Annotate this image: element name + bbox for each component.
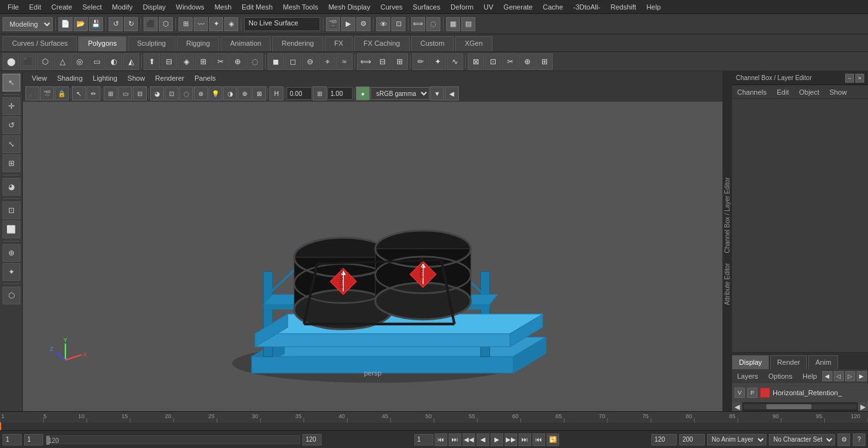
cylinder-icon[interactable]: ⬡: [37, 53, 53, 70]
menu-mesh-display[interactable]: Mesh Display: [323, 2, 376, 12]
fwd-play-btn[interactable]: ▶▶: [505, 433, 517, 446]
open-scene-btn[interactable]: 📂: [74, 17, 88, 31]
layer-p-btn[interactable]: P: [747, 388, 757, 398]
vp-select-btn[interactable]: ↖: [72, 86, 86, 100]
attribute-editor-side-label[interactable]: Attribute Editor: [723, 258, 731, 310]
vp-lock-btn[interactable]: 🔒: [55, 86, 69, 100]
menu-redshift[interactable]: Redshift: [606, 2, 641, 12]
layer-template-btn[interactable]: ▷: [845, 371, 855, 381]
snap-surface-btn[interactable]: ◈: [224, 17, 238, 31]
menu-select[interactable]: Select: [78, 2, 107, 12]
timeline-bar[interactable]: [0, 423, 868, 430]
soft-select-btn[interactable]: ◕: [3, 178, 20, 196]
menu-windows[interactable]: Windows: [171, 2, 210, 12]
rp-close-btn[interactable]: ×: [855, 74, 864, 83]
sphere-icon[interactable]: ⬤: [3, 53, 19, 70]
mirror-icon[interactable]: ⟺: [357, 53, 374, 70]
menu-create[interactable]: Create: [46, 2, 78, 12]
select-btn[interactable]: ⬛: [144, 17, 158, 31]
uv-unfold-icon[interactable]: ⊠: [468, 53, 484, 70]
rp-edit-menu[interactable]: Edit: [771, 87, 794, 97]
select-tool-btn[interactable]: ↖: [3, 74, 20, 92]
hide-manip-btn[interactable]: ⬜: [3, 221, 20, 238]
playback-end-field[interactable]: [679, 434, 705, 445]
separate-icon[interactable]: ◻: [285, 53, 301, 70]
translate-y-field[interactable]: [327, 87, 353, 100]
show-manip-btn[interactable]: ⊡: [3, 201, 20, 219]
menu-file[interactable]: File: [3, 2, 24, 12]
lasso-btn[interactable]: ⬡: [159, 17, 173, 31]
menu-uv[interactable]: UV: [478, 2, 498, 12]
extrude-icon[interactable]: ⬆: [144, 53, 160, 70]
uv-sew-icon[interactable]: ⊕: [519, 53, 536, 70]
tab-sculpting[interactable]: Sculpting: [128, 36, 175, 51]
vp-menu-panels[interactable]: Panels: [189, 73, 221, 83]
tab-rendering[interactable]: Rendering: [272, 36, 323, 51]
no-char-set-dropdown[interactable]: No Character Set: [769, 434, 835, 445]
uv-layout-icon[interactable]: ⊡: [485, 53, 501, 70]
bridge-icon[interactable]: ⊟: [161, 53, 177, 70]
vp-film-btn[interactable]: 🎬: [40, 86, 54, 100]
vp-hud-btn[interactable]: H: [269, 86, 283, 100]
playback-start-field[interactable]: [651, 434, 677, 445]
vp-menu-lighting[interactable]: Lighting: [88, 73, 123, 83]
duplicate-icon[interactable]: ⊞: [391, 53, 408, 70]
viewport-btn[interactable]: 👁: [376, 17, 390, 31]
menu-display[interactable]: Display: [138, 2, 171, 12]
snap-point-btn[interactable]: ✦: [209, 17, 223, 31]
vp-shadows-btn[interactable]: ◑: [223, 86, 237, 100]
tab-rigging[interactable]: Rigging: [177, 36, 219, 51]
menu-mesh-tools[interactable]: Mesh Tools: [278, 2, 323, 12]
cube-icon[interactable]: ⬛: [20, 53, 36, 70]
frame-range-slider[interactable]: 120: [46, 435, 300, 444]
no-anim-layer-dropdown[interactable]: No Anim Layer: [707, 434, 766, 445]
uv-cut-icon[interactable]: ✂: [502, 53, 519, 70]
layer-menu-options[interactable]: Options: [763, 371, 797, 381]
menu-modify[interactable]: Modify: [107, 2, 137, 12]
rp-channels-menu[interactable]: Channels: [732, 87, 771, 97]
boolean-icon[interactable]: ⊖: [302, 53, 318, 70]
menu-generate[interactable]: Generate: [498, 2, 538, 12]
fill-hole-icon[interactable]: ◌: [247, 53, 263, 70]
menu-edit-mesh[interactable]: Edit Mesh: [236, 2, 278, 12]
frame-start-field[interactable]: [24, 434, 43, 445]
smooth-icon[interactable]: ⌖: [319, 53, 336, 70]
merge-icon[interactable]: ⊞: [195, 53, 212, 70]
cone-icon[interactable]: △: [54, 53, 71, 70]
rotate-tool-btn[interactable]: ↺: [3, 116, 20, 134]
save-scene-btn[interactable]: 💾: [89, 17, 103, 31]
step-back-btn[interactable]: ⏭: [449, 433, 461, 446]
tab-polygons[interactable]: Polygons: [78, 36, 126, 51]
anim-settings-btn[interactable]: ⚙: [837, 433, 850, 446]
menu-curves[interactable]: Curves: [376, 2, 408, 12]
rp-object-menu[interactable]: Object: [794, 87, 824, 97]
step-fwd-btn[interactable]: ⏭: [519, 433, 531, 446]
symmetry-btn[interactable]: ⟺: [411, 17, 425, 31]
layer-visible-btn[interactable]: ◁: [834, 371, 844, 381]
hide-btn[interactable]: ⊡: [391, 17, 405, 31]
layer-scroll-track[interactable]: [743, 404, 857, 409]
viewport[interactable]: View Shading Lighting Show Renderer Pane…: [23, 71, 722, 411]
layer-scroll-left[interactable]: ◀: [732, 402, 742, 411]
disk-icon[interactable]: ◐: [105, 53, 122, 70]
vp-aa-btn[interactable]: ⊠: [252, 86, 266, 100]
back-play-btn[interactable]: ◀: [477, 433, 489, 446]
move-tool-btn[interactable]: ✛: [3, 97, 20, 115]
rp-show-menu[interactable]: Show: [824, 87, 852, 97]
plane-icon[interactable]: ▭: [88, 53, 105, 70]
layer-color-swatch[interactable]: [760, 388, 770, 398]
vp-menu-shading[interactable]: Shading: [52, 73, 88, 83]
layer-scroll-right[interactable]: ▶: [858, 402, 868, 411]
menu-edit[interactable]: Edit: [24, 2, 46, 12]
insert-loop-icon[interactable]: ⊕: [229, 53, 246, 70]
render-btn[interactable]: 🎬: [326, 17, 340, 31]
timeline-playhead[interactable]: [0, 423, 1, 430]
pyramid-icon[interactable]: ◭: [123, 53, 139, 70]
render-settings-btn[interactable]: ⚙: [356, 17, 370, 31]
vp-paintsel-btn[interactable]: ✏: [86, 86, 100, 100]
no-live-surface[interactable]: No Live Surface: [244, 17, 320, 31]
split-icon[interactable]: ✂: [212, 53, 229, 70]
vp-menu-view[interactable]: View: [27, 73, 52, 83]
region-btn[interactable]: ⬡: [3, 287, 20, 304]
new-scene-btn[interactable]: 📄: [58, 17, 72, 31]
